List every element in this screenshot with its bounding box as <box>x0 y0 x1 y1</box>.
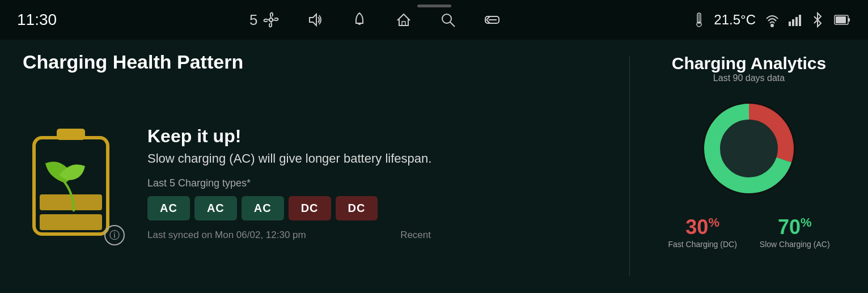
info-button[interactable]: ⓘ <box>104 225 125 245</box>
sync-timestamp: Last synced on Mon 06/02, 12:30 pm <box>147 230 306 241</box>
status-center-icons: 5 <box>249 11 500 29</box>
main-content: Charging Health Pattern <box>0 40 868 293</box>
ac-legend-label: Slow Charging (AC) <box>760 240 830 249</box>
thermometer-icon <box>693 12 705 28</box>
charging-pill-2: AC <box>194 196 237 220</box>
status-right: 21.5°C <box>693 12 851 28</box>
dc-legend-label: Fast Charging (DC) <box>668 240 736 249</box>
drag-handle <box>417 5 451 7</box>
charging-pill-3: AC <box>242 196 284 220</box>
svg-rect-22 <box>40 214 102 230</box>
svg-marker-3 <box>398 14 409 26</box>
analytics-title: Charging Analytics <box>672 54 826 73</box>
svg-rect-17 <box>836 16 846 23</box>
vertical-divider <box>629 57 630 276</box>
donut-inner <box>721 120 777 177</box>
last-5-label: Last 5 Charging types* <box>147 177 607 189</box>
sync-info-row: Last synced on Mon 06/02, 12:30 pm Recen… <box>147 230 431 241</box>
ac-percent: 70% <box>778 216 812 237</box>
back-icon[interactable] <box>484 12 500 28</box>
svg-marker-1 <box>310 14 316 26</box>
analytics-subtitle: Last 90 days data <box>713 73 785 83</box>
svg-rect-14 <box>795 17 798 26</box>
wifi-icon <box>764 12 780 28</box>
legend-row: 30% Fast Charging (DC) 70% Slow Charging… <box>668 216 829 249</box>
section-title: Charging Health Pattern <box>23 51 607 73</box>
slow-charging-message: Slow charging (AC) will give longer batt… <box>147 151 607 166</box>
dc-percent: 30% <box>685 216 719 237</box>
keep-it-up-message: Keep it up! <box>147 126 607 147</box>
home-icon[interactable] <box>396 12 412 28</box>
svg-rect-13 <box>792 19 794 26</box>
svg-rect-15 <box>799 15 801 26</box>
svg-point-5 <box>442 14 451 23</box>
charging-pill-4: DC <box>289 196 331 220</box>
svg-rect-4 <box>402 22 405 26</box>
fan-group: 5 <box>249 11 279 29</box>
svg-point-11 <box>771 24 773 27</box>
svg-rect-18 <box>848 18 850 22</box>
ac-legend-item: 70% Slow Charging (AC) <box>760 216 830 249</box>
left-section: Charging Health Pattern <box>23 51 607 282</box>
clock: 11:30 <box>17 11 57 29</box>
battery-container: ⓘ <box>23 121 125 245</box>
temperature-display: 21.5°C <box>714 12 756 28</box>
battery-info-row: ⓘ Keep it up! Slow charging (AC) will gi… <box>23 84 607 282</box>
message-area: Keep it up! Slow charging (AC) will give… <box>147 126 607 241</box>
svg-line-6 <box>450 22 455 27</box>
recent-label: Recent <box>400 230 431 241</box>
fan-speed: 5 <box>249 11 257 29</box>
dc-legend-item: 30% Fast Charging (DC) <box>668 216 736 249</box>
svg-rect-12 <box>789 22 791 26</box>
svg-point-0 <box>269 18 273 22</box>
bluetooth-icon <box>810 12 825 28</box>
search-icon[interactable] <box>440 12 456 28</box>
device-battery-icon <box>834 14 851 26</box>
bell-icon[interactable] <box>352 12 367 28</box>
charging-pill-1: AC <box>147 196 190 220</box>
fan-icon <box>263 12 279 28</box>
analytics-section: Charging Analytics Last 90 days data 30 <box>653 51 845 282</box>
temperature-value: 21.5°C <box>714 12 756 28</box>
donut-svg <box>692 92 806 205</box>
svg-rect-20 <box>57 129 85 140</box>
speaker-icon[interactable] <box>307 12 323 28</box>
info-icon: ⓘ <box>109 228 120 242</box>
charging-pills-row: AC AC AC DC DC <box>147 196 607 220</box>
donut-chart <box>692 92 806 205</box>
signal-icon <box>789 14 801 26</box>
charging-pill-5: DC <box>336 196 378 220</box>
